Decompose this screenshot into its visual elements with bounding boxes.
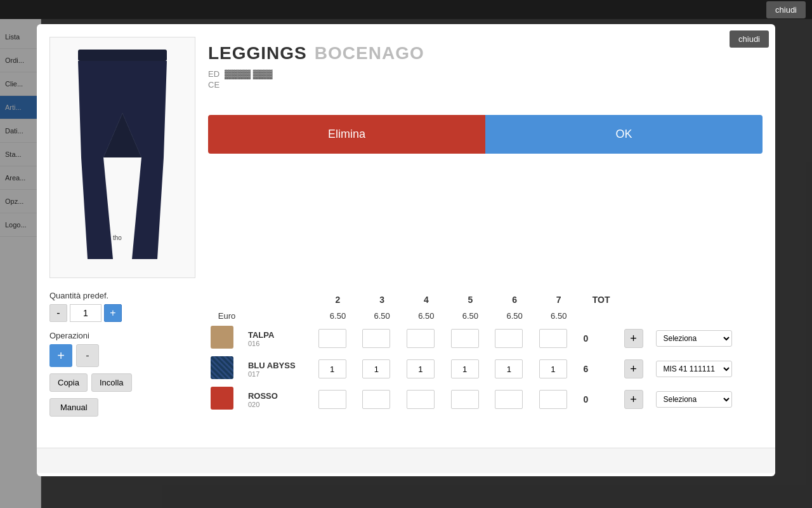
modal-header: tho LEGGINGS BOCENAGO ED ▓▓▓▓ ▓▓▓ CE Eli… — [49, 37, 763, 278]
th-dropdown — [653, 291, 763, 309]
table-row: BLU ABYSS 017 6 + Seleziona — [208, 354, 763, 384]
rosso-size-3 — [360, 384, 404, 415]
blu-name: BLU ABYSS — [248, 361, 313, 370]
blu-size-7 — [537, 354, 581, 384]
op-buttons: + - — [49, 344, 195, 367]
talpa-dropdown[interactable]: Seleziona MIS 41 111111 — [656, 330, 732, 347]
blu-size-6 — [492, 354, 537, 384]
talpa-dropdown-cell: Seleziona MIS 41 111111 — [653, 323, 763, 354]
qty-control: - + — [49, 304, 195, 322]
euro-row: Euro 6.50 6.50 6.50 6.50 6.50 6.50 — [208, 309, 763, 323]
rosso-size-6 — [492, 384, 537, 415]
blu-input-2[interactable] — [318, 359, 346, 378]
rosso-swatch-cell — [208, 384, 246, 415]
blu-name-cell: BLU ABYSS 017 — [246, 354, 316, 384]
rosso-swatch — [211, 387, 233, 410]
blu-input-7[interactable] — [539, 359, 567, 378]
modal-body: Quantità predef. - + Operazioni + - Copi… — [49, 291, 763, 417]
talpa-size-2 — [316, 323, 360, 354]
rosso-dropdown[interactable]: Seleziona MIS 41 111111 — [656, 391, 732, 408]
rosso-plus-button[interactable]: + — [624, 390, 643, 409]
talpa-size-4 — [404, 323, 449, 354]
th-size-6: 6 — [492, 291, 537, 309]
qty-plus-button[interactable]: + — [104, 304, 122, 322]
rosso-input-2[interactable] — [318, 390, 346, 409]
product-modal: tho LEGGINGS BOCENAGO ED ▓▓▓▓ ▓▓▓ CE Eli… — [37, 24, 775, 476]
rosso-input-5[interactable] — [451, 390, 479, 409]
th-action — [622, 291, 654, 309]
talpa-input-4[interactable] — [407, 329, 435, 348]
product-extra: CE — [208, 80, 763, 90]
rosso-input-4[interactable] — [407, 390, 435, 409]
talpa-input-3[interactable] — [362, 329, 390, 348]
blu-code: 017 — [248, 370, 313, 378]
th-size-3: 3 — [360, 291, 404, 309]
blu-dropdown[interactable]: Seleziona MIS 41 111111 — [656, 361, 732, 377]
euro-price-3: 6.50 — [360, 309, 404, 323]
talpa-input-5[interactable] — [451, 329, 479, 348]
euro-label: Euro — [208, 309, 246, 323]
th-size-4: 4 — [404, 291, 449, 309]
talpa-swatch — [211, 326, 233, 349]
copia-button[interactable]: Copia — [49, 373, 88, 392]
th-size-5: 5 — [449, 291, 493, 309]
product-code: ▓▓▓▓ ▓▓▓ — [225, 69, 272, 79]
product-name: LEGGINGS — [208, 43, 307, 64]
talpa-name: TALPA — [248, 330, 313, 340]
size-table: 2 3 4 5 6 7 TOT Euro — [208, 291, 763, 415]
rosso-size-7 — [537, 384, 581, 415]
euro-price-7: 6.50 — [537, 309, 581, 323]
svg-text:tho: tho — [113, 234, 122, 241]
talpa-size-5 — [449, 323, 493, 354]
blu-input-5[interactable] — [451, 359, 479, 378]
qty-minus-button[interactable]: - — [49, 304, 67, 322]
elimina-button[interactable]: Elimina — [208, 115, 485, 154]
op-plus-button[interactable]: + — [49, 344, 72, 367]
blu-plus-cell: + — [622, 354, 654, 384]
close-button[interactable]: chiudi — [766, 1, 806, 18]
modal-footer — [37, 448, 775, 473]
close-top-button[interactable]: chiudi — [730, 30, 769, 48]
th-size-7: 7 — [537, 291, 581, 309]
blu-input-4[interactable] — [407, 359, 435, 378]
rosso-name-cell: ROSSO 020 — [246, 384, 316, 415]
talpa-input-7[interactable] — [539, 329, 567, 348]
blu-swatch-cell — [208, 354, 246, 384]
euro-price-6: 6.50 — [492, 309, 537, 323]
talpa-plus-button[interactable]: + — [624, 329, 643, 348]
rosso-input-6[interactable] — [495, 390, 523, 409]
blu-dropdown-cell: Seleziona MIS 41 111111 — [653, 354, 763, 384]
euro-price-2: 6.50 — [316, 309, 360, 323]
rosso-tot: 0 — [581, 384, 622, 415]
blu-size-2 — [316, 354, 360, 384]
blu-plus-button[interactable]: + — [624, 359, 643, 378]
rosso-dropdown-cell: Seleziona MIS 41 111111 — [653, 384, 763, 415]
table-header-row: 2 3 4 5 6 7 TOT — [208, 291, 763, 309]
blu-input-6[interactable] — [495, 359, 523, 378]
talpa-size-6 — [492, 323, 537, 354]
talpa-size-3 — [360, 323, 404, 354]
rosso-size-5 — [449, 384, 493, 415]
blu-tot-value: 6 — [584, 364, 589, 374]
ok-button[interactable]: OK — [485, 115, 763, 154]
product-code-label: ED — [208, 69, 219, 79]
euro-price-4: 6.50 — [404, 309, 449, 323]
product-image: tho — [59, 43, 186, 272]
action-buttons: Elimina OK — [208, 115, 763, 154]
qty-input[interactable] — [70, 304, 102, 322]
talpa-input-6[interactable] — [495, 329, 523, 348]
table-row: TALPA 016 0 + Seleziona — [208, 323, 763, 354]
blu-input-3[interactable] — [362, 359, 390, 378]
rosso-input-3[interactable] — [362, 390, 390, 409]
rosso-input-7[interactable] — [539, 390, 567, 409]
talpa-tot-value: 0 — [584, 333, 589, 344]
th-tot: TOT — [581, 291, 622, 309]
rosso-plus-cell: + — [622, 384, 654, 415]
op-minus-button[interactable]: - — [76, 344, 99, 367]
manual-button[interactable]: Manual — [49, 398, 98, 417]
product-title-row: LEGGINGS BOCENAGO — [208, 43, 763, 64]
rosso-code: 020 — [248, 401, 313, 408]
product-info: LEGGINGS BOCENAGO ED ▓▓▓▓ ▓▓▓ CE Elimina… — [208, 37, 763, 278]
talpa-input-2[interactable] — [318, 329, 346, 348]
incolla-button[interactable]: Incolla — [91, 373, 132, 392]
